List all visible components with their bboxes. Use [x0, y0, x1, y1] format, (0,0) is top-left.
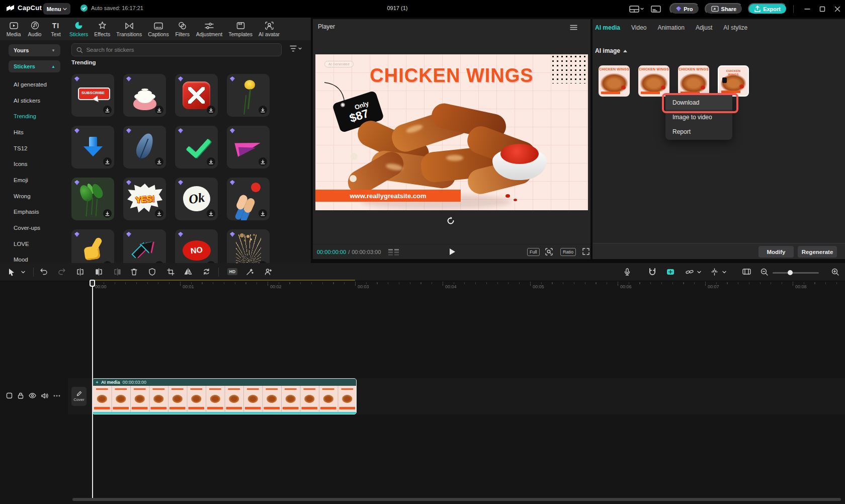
preview-axis-icon[interactable] [742, 268, 751, 275]
download-icon[interactable] [259, 157, 267, 166]
context-menu-item[interactable]: Image to video [665, 110, 732, 124]
download-icon[interactable] [259, 209, 267, 218]
zoom-in-icon[interactable] [831, 268, 839, 276]
delete-icon[interactable] [130, 268, 138, 276]
zoom-slider-handle[interactable] [788, 270, 793, 275]
green-plant-sticker[interactable] [71, 178, 114, 220]
snapping-chevron-icon[interactable] [722, 271, 726, 274]
yours-dropdown[interactable]: Yours▼ [9, 44, 60, 56]
tab-text[interactable]: TI Text [48, 21, 63, 37]
tab-filters[interactable]: Filters [175, 21, 190, 37]
download-icon[interactable] [155, 106, 163, 114]
sticker-nav-item[interactable]: Cover-ups [14, 220, 64, 236]
download-icon[interactable] [207, 209, 215, 218]
share-button[interactable]: Share [705, 3, 743, 15]
sticker-nav-item[interactable]: LOVE [14, 236, 64, 252]
lock-icon[interactable] [18, 392, 24, 399]
tab-templates[interactable]: Templates [228, 21, 252, 37]
tab-ai-media[interactable]: AI media [595, 24, 620, 31]
preview-quality-icon[interactable] [545, 248, 553, 256]
tab-ai-avatar[interactable]: AI avatar [259, 21, 280, 37]
undo-icon[interactable] [40, 268, 48, 275]
split-icon[interactable] [76, 268, 84, 276]
player-menu-icon[interactable] [570, 25, 577, 30]
hd-quality-button[interactable]: HD [227, 268, 237, 275]
track-options-icon[interactable] [6, 392, 13, 399]
ai-image-result-1[interactable]: CHICKEN WINGS [599, 65, 630, 97]
tab-video[interactable]: Video [631, 24, 646, 31]
ai-image-result-4[interactable]: CHICKEN WINGS [718, 65, 749, 97]
yellow-rose-sticker[interactable] [227, 74, 270, 117]
full-screen-mode-button[interactable]: Full [527, 248, 540, 256]
ai-image-result-3[interactable]: CHICKEN WINGS [678, 65, 709, 97]
download-icon[interactable] [155, 157, 163, 166]
modify-button[interactable]: Modify [758, 246, 794, 258]
dried-flowers-sticker[interactable] [227, 229, 270, 263]
tab-effects[interactable]: Effects [94, 21, 110, 37]
tab-adjustment[interactable]: Adjustment [196, 21, 223, 37]
enhance-wand-icon[interactable] [246, 268, 254, 276]
track-magnet-icon[interactable] [648, 268, 656, 276]
tab-stickers[interactable]: Stickers [69, 21, 88, 37]
close-button[interactable] [830, 0, 845, 18]
tab-ai-stylize[interactable]: AI stylize [723, 24, 747, 31]
download-icon[interactable] [259, 106, 267, 114]
red-x-sticker[interactable] [175, 74, 218, 117]
zoom-out-icon[interactable] [760, 268, 768, 276]
timeline-zoom-slider[interactable] [773, 272, 819, 274]
applause-medical-sticker[interactable] [227, 178, 270, 220]
select-tool-icon[interactable] [8, 268, 15, 276]
thumbs-up-sticker[interactable] [71, 229, 114, 263]
sticker-nav-item[interactable]: Hits [14, 124, 64, 140]
character-icon[interactable] [264, 268, 272, 276]
paper-plane-sticker[interactable] [227, 126, 270, 169]
download-icon[interactable] [207, 157, 215, 166]
blue-down-arrow-sticker[interactable] [71, 126, 114, 169]
search-input[interactable] [86, 47, 277, 53]
neon-arrow-sticker[interactable] [123, 229, 166, 263]
ratio-button[interactable]: Ratio [560, 248, 576, 256]
tab-captions[interactable]: Captions [148, 21, 168, 37]
rotate-handle-icon[interactable] [445, 215, 456, 226]
more-options-icon[interactable] [53, 395, 60, 397]
sticker-search[interactable] [71, 43, 282, 56]
export-button[interactable]: Export [748, 3, 787, 15]
timeline-scrollbar[interactable] [72, 498, 841, 501]
select-tool-chevron-icon[interactable] [21, 271, 25, 274]
sticker-nav-item[interactable]: Trending [14, 108, 64, 124]
cream-cake-sticker[interactable] [123, 74, 166, 117]
play-button[interactable] [449, 248, 456, 256]
linkage-icon[interactable] [686, 268, 694, 276]
split-delete-left-icon[interactable] [95, 268, 103, 276]
ok-script-sticker[interactable]: Ok [175, 178, 218, 220]
layout-switch-icon[interactable] [629, 5, 644, 13]
snapping-icon[interactable] [711, 268, 718, 276]
regenerate-button[interactable]: Regenerate [798, 246, 837, 258]
split-delete-right-icon[interactable] [114, 268, 121, 276]
ai-image-section-header[interactable]: AI image [595, 47, 627, 54]
mute-icon[interactable] [41, 393, 48, 399]
minimize-button[interactable] [800, 0, 815, 18]
tab-animation[interactable]: Animation [658, 24, 685, 31]
stickers-category-dropdown[interactable]: Stickers▲ [9, 60, 60, 72]
crop-icon[interactable] [167, 268, 175, 276]
subscribe-button-sticker[interactable]: SUBSCRIBE [71, 74, 114, 117]
playhead-handle[interactable] [90, 280, 95, 287]
sticker-nav-item[interactable]: TS12 [14, 140, 64, 156]
playhead-line[interactable] [92, 281, 93, 498]
maximize-button[interactable] [815, 0, 830, 18]
tab-audio[interactable]: Audio [27, 21, 42, 37]
green-check-sticker[interactable] [175, 126, 218, 169]
download-icon[interactable] [103, 209, 112, 218]
sticker-nav-item[interactable]: AI generated [14, 76, 64, 93]
tab-transitions[interactable]: Transitions [116, 21, 142, 37]
sticker-nav-item[interactable]: Emphasis [14, 204, 64, 220]
auto-snap-icon[interactable] [666, 268, 674, 276]
sticker-nav-item[interactable]: Emoji [14, 172, 64, 188]
download-icon[interactable] [103, 106, 112, 114]
frame-view-icon[interactable] [388, 249, 399, 256]
download-icon[interactable] [155, 209, 163, 218]
mirror-icon[interactable] [184, 268, 192, 275]
eye-icon[interactable] [29, 393, 36, 398]
fullscreen-icon[interactable] [582, 248, 589, 255]
